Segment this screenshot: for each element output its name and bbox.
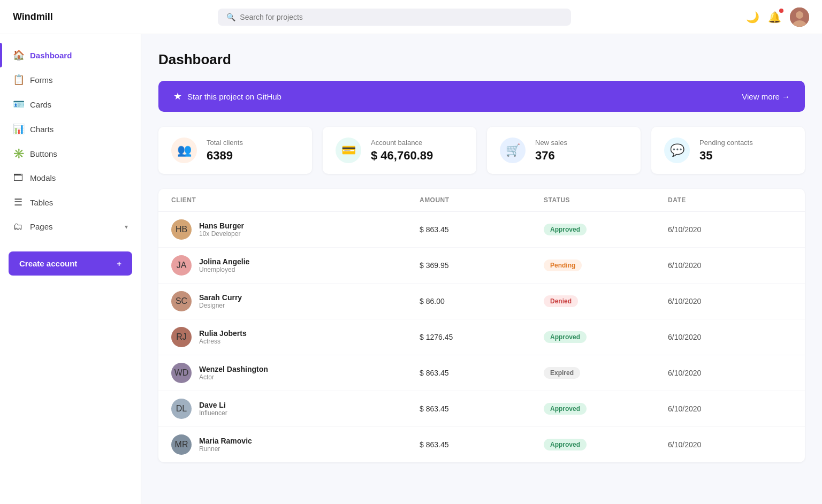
sidebar-item-cards[interactable]: 🪪 Cards xyxy=(0,92,141,117)
client-avatar-2: SC xyxy=(171,291,192,311)
topnav-right: 🌙 🔔 xyxy=(746,7,809,27)
new-sales-value: 376 xyxy=(535,149,567,163)
tables-icon: ☰ xyxy=(13,196,24,208)
total-clients-value: 6389 xyxy=(207,149,243,163)
table-body: HB Hans Burger 10x Developer $ 863.45 Ap… xyxy=(158,212,805,462)
forms-icon: 📋 xyxy=(13,74,24,86)
client-info-5: Dave Li Influencer xyxy=(199,401,227,417)
client-cell-2: SC Sarah Curry Designer xyxy=(171,291,420,311)
dark-mode-icon[interactable]: 🌙 xyxy=(746,11,759,24)
amount-cell-0: $ 863.45 xyxy=(420,225,544,234)
client-cell-3: RJ Rulia Joberts Actress xyxy=(171,327,420,347)
stat-card-total-clients: 👥 Total clients 6389 xyxy=(158,127,312,174)
table-row: RJ Rulia Joberts Actress $ 1276.45 Appro… xyxy=(158,319,805,355)
status-cell-5: Approved xyxy=(544,403,668,415)
github-banner[interactable]: ★ Star this project on GitHub View more … xyxy=(158,81,805,112)
client-cell-5: DL Dave Li Influencer xyxy=(171,399,420,419)
client-name-2: Sarah Curry xyxy=(199,293,242,302)
client-avatar-4: WD xyxy=(171,363,192,383)
new-sales-label: New sales xyxy=(535,139,567,147)
status-badge-5: Approved xyxy=(544,403,587,415)
brand-logo: Windmill xyxy=(13,11,131,22)
client-role-1: Unemployed xyxy=(199,266,249,273)
amount-cell-3: $ 1276.45 xyxy=(420,333,544,341)
table-header: CLIENTAMOUNTSTATUSDATE xyxy=(158,189,805,212)
cards-icon: 🪪 xyxy=(13,98,24,110)
table-row: HB Hans Burger 10x Developer $ 863.45 Ap… xyxy=(158,212,805,248)
sidebar-item-dashboard[interactable]: 🏠 Dashboard xyxy=(0,43,141,67)
table-row: WD Wenzel Dashington Actor $ 863.45 Expi… xyxy=(158,355,805,391)
table-header-status: STATUS xyxy=(544,196,668,204)
star-icon: ★ xyxy=(173,90,182,102)
status-badge-1: Pending xyxy=(544,259,582,271)
status-cell-3: Approved xyxy=(544,331,668,343)
sidebar-item-pages[interactable]: 🗂 Pages ▾ xyxy=(0,215,141,239)
modals-icon: 🗔 xyxy=(13,172,24,184)
search-bar[interactable]: 🔍 xyxy=(218,9,571,26)
github-banner-text: Star this project on GitHub xyxy=(187,92,281,101)
account-balance-value: $ 46,760.89 xyxy=(371,149,433,163)
table-row: SC Sarah Curry Designer $ 86.00 Denied 6… xyxy=(158,284,805,319)
status-badge-4: Expired xyxy=(544,367,580,379)
search-icon: 🔍 xyxy=(226,13,235,21)
sidebar-item-charts[interactable]: 📊 Charts xyxy=(0,117,141,141)
transactions-table: CLIENTAMOUNTSTATUSDATE HB Hans Burger 10… xyxy=(158,189,805,462)
svg-point-1 xyxy=(796,11,803,19)
pending-contacts-info: Pending contacts 35 xyxy=(699,139,753,163)
main-layout: 🏠 Dashboard 📋 Forms 🪪 Cards 📊 Charts ✳️ … xyxy=(0,34,822,504)
page-title: Dashboard xyxy=(158,51,805,68)
client-info-3: Rulia Joberts Actress xyxy=(199,329,247,345)
client-role-3: Actress xyxy=(199,338,247,345)
account-balance-label: Account balance xyxy=(371,139,433,147)
notifications-wrapper[interactable]: 🔔 xyxy=(768,11,781,24)
github-banner-cta[interactable]: View more → xyxy=(742,92,790,101)
client-role-6: Runner xyxy=(199,445,252,453)
table-header-client: CLIENT xyxy=(171,196,420,204)
sidebar-item-label-tables: Tables xyxy=(30,198,128,207)
status-badge-3: Approved xyxy=(544,331,587,343)
sidebar-item-label-buttons: Buttons xyxy=(30,149,128,158)
status-badge-2: Denied xyxy=(544,295,578,307)
client-name-1: Jolina Angelie xyxy=(199,257,249,266)
stat-card-new-sales: 🛒 New sales 376 xyxy=(487,127,641,174)
sidebar-item-tables[interactable]: ☰ Tables xyxy=(0,190,141,215)
amount-cell-1: $ 369.95 xyxy=(420,261,544,270)
top-navigation: Windmill 🔍 🌙 🔔 xyxy=(0,0,822,34)
create-account-button[interactable]: Create account + xyxy=(9,251,132,276)
pending-contacts-label: Pending contacts xyxy=(699,139,753,147)
client-avatar-5: DL xyxy=(171,399,192,419)
client-info-2: Sarah Curry Designer xyxy=(199,293,242,309)
account-balance-icon: 💳 xyxy=(336,138,361,163)
status-cell-6: Approved xyxy=(544,439,668,450)
buttons-icon: ✳️ xyxy=(13,148,24,159)
client-info-0: Hans Burger 10x Developer xyxy=(199,222,244,238)
table-row: MR Maria Ramovic Runner $ 863.45 Approve… xyxy=(158,427,805,462)
stats-grid: 👥 Total clients 6389 💳 Account balance $… xyxy=(158,127,805,174)
pending-contacts-value: 35 xyxy=(699,149,753,163)
total-clients-icon: 👥 xyxy=(171,138,197,163)
client-role-5: Influencer xyxy=(199,409,227,417)
new-sales-icon: 🛒 xyxy=(500,138,526,163)
bell-icon[interactable]: 🔔 xyxy=(768,11,781,23)
date-cell-1: 6/10/2020 xyxy=(668,261,792,270)
sidebar-item-label-cards: Cards xyxy=(30,100,128,109)
sidebar: 🏠 Dashboard 📋 Forms 🪪 Cards 📊 Charts ✳️ … xyxy=(0,34,141,504)
notification-badge xyxy=(779,9,783,13)
amount-cell-4: $ 863.45 xyxy=(420,369,544,377)
client-info-1: Jolina Angelie Unemployed xyxy=(199,257,249,273)
sidebar-item-buttons[interactable]: ✳️ Buttons xyxy=(0,141,141,166)
search-input[interactable] xyxy=(240,13,562,21)
date-cell-3: 6/10/2020 xyxy=(668,333,792,341)
sidebar-item-label-charts: Charts xyxy=(30,125,128,134)
status-badge-6: Approved xyxy=(544,439,587,450)
date-cell-5: 6/10/2020 xyxy=(668,404,792,413)
sidebar-item-forms[interactable]: 📋 Forms xyxy=(0,67,141,92)
client-name-3: Rulia Joberts xyxy=(199,329,247,338)
stat-card-account-balance: 💳 Account balance $ 46,760.89 xyxy=(323,127,476,174)
sidebar-item-modals[interactable]: 🗔 Modals xyxy=(0,166,141,190)
date-cell-2: 6/10/2020 xyxy=(668,297,792,306)
user-avatar[interactable] xyxy=(790,7,809,27)
table-header-amount: AMOUNT xyxy=(420,196,544,204)
date-cell-0: 6/10/2020 xyxy=(668,225,792,234)
pending-contacts-icon: 💬 xyxy=(664,138,690,163)
